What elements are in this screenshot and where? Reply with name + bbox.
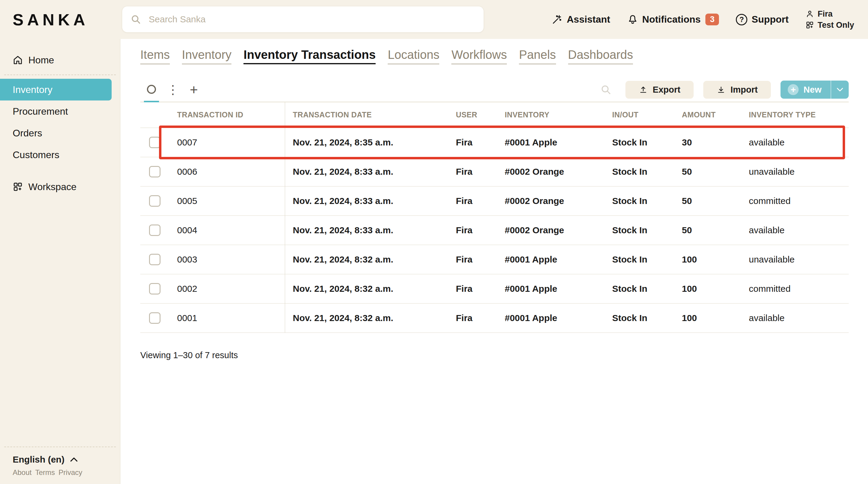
privacy-link[interactable]: Privacy (59, 468, 82, 477)
cell-transaction-date: Nov. 21, 2024, 8:33 a.m. (285, 157, 448, 186)
search-icon (130, 14, 141, 25)
cell-transaction-date: Nov. 21, 2024, 8:33 a.m. (285, 215, 448, 245)
add-view-button[interactable]: + (190, 83, 198, 96)
notifications-count-badge: 3 (705, 13, 719, 25)
table-row[interactable]: 0003 Nov. 21, 2024, 8:32 a.m. Fira #0001… (140, 245, 849, 274)
toolbar: ⋮ + Export (140, 78, 849, 102)
cell-inventory: #0002 Orange (497, 157, 604, 186)
topbar: SANKA Assistant Notifications 3 (0, 0, 868, 39)
row-checkbox[interactable] (149, 254, 160, 265)
transactions-table-wrap: TRANSACTION IDTRANSACTION DATEUSERINVENT… (140, 102, 849, 333)
sidebar-item-label: Procurement (13, 106, 68, 117)
cell-amount: 50 (674, 186, 741, 215)
app: SANKA Assistant Notifications 3 (0, 0, 868, 484)
cell-inventory: #0001 Apple (497, 245, 604, 274)
column-checkbox (140, 102, 169, 128)
sidebar-item-orders[interactable]: Orders (0, 122, 120, 144)
row-checkbox[interactable] (149, 283, 160, 295)
row-checkbox[interactable] (149, 137, 160, 148)
row-checkbox[interactable] (149, 312, 160, 324)
bell-icon (627, 14, 638, 25)
sidebar-item-workspace[interactable]: Workspace (0, 176, 120, 198)
cell-inventory-type: committed (741, 186, 849, 215)
cell-user: Fira (448, 157, 497, 186)
tab-inventory[interactable]: Inventory (182, 48, 232, 64)
cell-user: Fira (448, 186, 497, 215)
table-row[interactable]: 0004 Nov. 21, 2024, 8:33 a.m. Fira #0002… (140, 215, 849, 245)
transactions-table: TRANSACTION IDTRANSACTION DATEUSERINVENT… (140, 102, 849, 333)
kebab-menu-icon[interactable]: ⋮ (167, 84, 179, 96)
user-menu[interactable]: Fira Test Only (806, 9, 854, 30)
table-row[interactable]: 0006 Nov. 21, 2024, 8:33 a.m. Fira #0002… (140, 157, 849, 186)
assistant-wand-icon (552, 14, 562, 25)
cell-inventory-type: available (741, 215, 849, 245)
checkbox-cell (140, 245, 169, 274)
checkbox-cell (140, 303, 169, 333)
language-selector[interactable]: English (en) (0, 451, 120, 468)
checkbox-cell (140, 274, 169, 303)
table-header-row: TRANSACTION IDTRANSACTION DATEUSERINVENT… (140, 102, 849, 128)
cell-transaction-id: 0004 (169, 215, 285, 245)
cell-inventory-type: unavailable (741, 157, 849, 186)
cell-transaction-date: Nov. 21, 2024, 8:32 a.m. (285, 303, 448, 333)
checkbox-cell (140, 128, 169, 157)
row-checkbox[interactable] (149, 224, 160, 236)
search-input[interactable] (122, 6, 484, 33)
home-icon (13, 55, 23, 65)
export-label: Export (653, 85, 680, 95)
new-dropdown-button[interactable] (831, 81, 849, 99)
cell-user: Fira (448, 215, 497, 245)
sidebar-item-label: Orders (13, 128, 42, 139)
about-link[interactable]: About (13, 468, 32, 477)
assistant-button[interactable]: Assistant (552, 14, 610, 25)
import-button[interactable]: Import (703, 81, 771, 99)
tab-panels[interactable]: Panels (519, 48, 556, 64)
cell-user: Fira (448, 274, 497, 303)
cell-inventory: #0001 Apple (497, 128, 604, 157)
topbar-actions: Assistant Notifications 3 ? Support Fira (552, 0, 854, 39)
sidebar-item-customers[interactable]: Customers (0, 144, 120, 165)
cell-amount: 50 (674, 215, 741, 245)
checkbox-cell (140, 215, 169, 245)
table-row[interactable]: 0007 Nov. 21, 2024, 8:35 a.m. Fira #0001… (140, 128, 849, 157)
cell-in-out: Stock In (604, 274, 674, 303)
column-transaction-date: TRANSACTION DATE (285, 102, 448, 128)
user-name: Fira (817, 9, 833, 19)
column-inventory: INVENTORY (497, 102, 604, 128)
table-row[interactable]: 0005 Nov. 21, 2024, 8:33 a.m. Fira #0002… (140, 186, 849, 215)
notifications-button[interactable]: Notifications 3 (627, 13, 719, 25)
support-button[interactable]: ? Support (736, 14, 789, 25)
table-row[interactable]: 0001 Nov. 21, 2024, 8:32 a.m. Fira #0001… (140, 303, 849, 333)
sidebar-divider (4, 74, 116, 75)
column-user: USER (448, 102, 497, 128)
tab-dashboards[interactable]: Dashboards (568, 48, 633, 64)
sidebar-item-label: Home (28, 55, 54, 66)
cell-inventory: #0002 Orange (497, 186, 604, 215)
sidebar-item-home[interactable]: Home (0, 49, 120, 71)
main-content: ItemsInventoryInventory TransactionsLoca… (120, 39, 868, 484)
workspace-grid-plus-icon (13, 182, 23, 192)
sidebar-item-label: Workspace (28, 181, 76, 192)
tab-locations[interactable]: Locations (388, 48, 439, 64)
cell-user: Fira (448, 245, 497, 274)
new-button[interactable]: + New (780, 81, 831, 99)
terms-link[interactable]: Terms (35, 468, 55, 477)
checkbox-cell (140, 186, 169, 215)
support-label: Support (751, 14, 789, 25)
tab-inventory-transactions[interactable]: Inventory Transactions (244, 48, 376, 64)
row-checkbox[interactable] (149, 166, 160, 177)
sidebar-item-inventory[interactable]: Inventory (0, 79, 112, 100)
cell-transaction-id: 0005 (169, 186, 285, 215)
export-button[interactable]: Export (625, 81, 693, 99)
column-in-out: IN/OUT (604, 102, 674, 128)
row-checkbox[interactable] (149, 195, 160, 207)
cell-inventory-type: unavailable (741, 245, 849, 274)
sidebar-item-procurement[interactable]: Procurement (0, 100, 120, 122)
assistant-label: Assistant (567, 14, 610, 25)
circle-view-tab[interactable] (144, 78, 159, 102)
tab-items[interactable]: Items (140, 48, 170, 64)
brand-logo: SANKA (13, 10, 89, 29)
table-search-icon[interactable] (600, 84, 612, 95)
tab-workflows[interactable]: Workflows (451, 48, 507, 64)
table-row[interactable]: 0002 Nov. 21, 2024, 8:32 a.m. Fira #0001… (140, 274, 849, 303)
